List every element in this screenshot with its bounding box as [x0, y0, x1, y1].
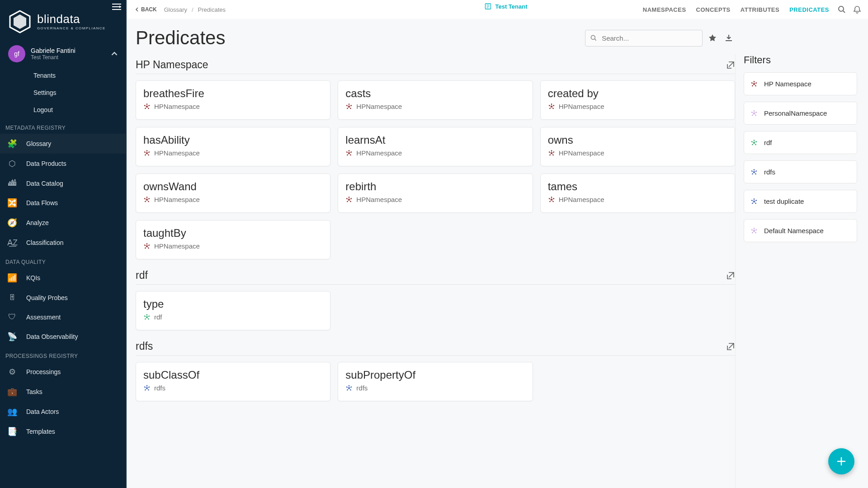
hub-icon	[548, 196, 555, 203]
svg-point-103	[756, 170, 757, 172]
predicate-card[interactable]: casts HPNamespace	[338, 80, 533, 120]
predicate-namespace: rdfs	[345, 384, 525, 392]
predicate-card[interactable]: created by HPNamespace	[540, 80, 735, 120]
predicate-name: owns	[548, 134, 727, 146]
filter-chip[interactable]: test duplicate	[744, 190, 857, 213]
predicate-card[interactable]: taughtBy HPNamespace	[136, 220, 330, 259]
sidebar-item-settings[interactable]: Settings	[0, 84, 126, 101]
namespace-header: rdf	[136, 269, 735, 285]
sidebar-item-glossary[interactable]: 🧩Glossary	[0, 134, 126, 154]
tab-predicates[interactable]: PREDICATES	[789, 6, 829, 13]
filter-chip[interactable]: PersonalNamespace	[744, 102, 857, 125]
compass-icon: 🧭	[7, 218, 17, 228]
back-label: BACK	[141, 6, 157, 13]
sidebar-item-data-catalog[interactable]: 🏙Data Catalog	[0, 174, 126, 193]
predicate-card[interactable]: tames HPNamespace	[540, 174, 735, 213]
sidebar-item-tenants[interactable]: Tenants	[0, 67, 126, 84]
predicate-card[interactable]: breathesFire HPNamespace	[136, 80, 330, 120]
sidebar-item-processings[interactable]: ⚙Processings	[0, 362, 126, 382]
sidebar-item-kqis[interactable]: 📶KQIs	[0, 268, 126, 288]
filter-chip[interactable]: Default Namespace	[744, 219, 857, 242]
favorite-icon[interactable]	[706, 32, 719, 44]
predicate-namespace: HPNamespace	[345, 149, 525, 157]
chevron-up-icon	[111, 51, 118, 57]
predicate-card[interactable]: subPropertyOf rdfs	[338, 362, 533, 401]
predicate-name: hasAbility	[143, 134, 323, 146]
logo[interactable]: blindata GOVERNANCE & COMPLIANCE	[0, 3, 126, 42]
predicate-name: rebirth	[345, 180, 525, 193]
predicate-card[interactable]: type rdf	[136, 291, 330, 330]
predicate-namespace: HPNamespace	[143, 242, 323, 250]
search-input[interactable]	[601, 34, 698, 42]
svg-point-97	[756, 141, 757, 142]
predicate-card[interactable]: owns HPNamespace	[540, 127, 735, 166]
open-namespace-icon[interactable]	[726, 342, 735, 351]
svg-point-40	[549, 151, 550, 153]
sidebar-toggle-icon[interactable]	[112, 4, 121, 10]
hub-icon	[750, 227, 758, 235]
sidebar-item-data-products[interactable]: ⬡Data Products	[0, 154, 126, 174]
namespace-header: HP Namespace	[136, 59, 735, 74]
radar-icon: 📡	[7, 332, 17, 342]
users-icon: 👥	[7, 407, 17, 417]
svg-point-118	[751, 229, 753, 230]
puzzle-icon: 🧩	[7, 139, 17, 149]
hub-icon	[345, 385, 353, 392]
sidebar-item-data-flows[interactable]: 🔀Data Flows	[0, 193, 126, 213]
tenant-badge[interactable]: Test Tenant	[484, 3, 527, 10]
tab-concepts[interactable]: CONCEPTS	[696, 6, 731, 13]
add-fab[interactable]	[828, 448, 854, 474]
city-icon: 🏙	[7, 178, 17, 188]
hub-icon	[548, 103, 555, 110]
top-search-icon[interactable]	[837, 5, 846, 14]
user-tenant: Test Tenant	[31, 54, 75, 61]
hub-icon	[548, 150, 555, 157]
sidebar-item-data-observability[interactable]: 📡Data Observability	[0, 327, 126, 347]
tab-attributes[interactable]: ATTRIBUTES	[741, 6, 779, 13]
predicate-name: type	[143, 298, 323, 310]
predicate-card[interactable]: hasAbility HPNamespace	[136, 127, 330, 166]
sidebar-item-assessment[interactable]: 🛡Assessment	[0, 307, 126, 327]
download-icon[interactable]	[722, 32, 735, 44]
svg-point-82	[346, 386, 348, 388]
hub-icon	[143, 196, 151, 203]
predicate-card[interactable]: ownsWand HPNamespace	[136, 174, 330, 213]
tenant-icon	[484, 3, 491, 10]
predicate-namespace: HPNamespace	[345, 196, 525, 203]
sidebar-item-logout[interactable]: Logout	[0, 101, 126, 118]
sidebar-item-tasks[interactable]: 💼Tasks	[0, 382, 126, 402]
sidebar-item-label: KQIs	[26, 274, 40, 282]
sidebar-item-templates[interactable]: 📑Templates	[0, 422, 126, 441]
hub-icon	[143, 385, 151, 392]
search-box[interactable]	[585, 30, 703, 47]
filter-chip[interactable]: rdf	[744, 131, 857, 154]
filter-chip[interactable]: HP Namespace	[744, 72, 857, 95]
predicate-card[interactable]: subClassOf rdfs	[136, 362, 330, 401]
open-namespace-icon[interactable]	[726, 61, 735, 70]
notifications-icon[interactable]	[853, 5, 862, 14]
main: BACK Glossary / Predicates Test Tenant N…	[127, 0, 868, 488]
open-namespace-icon[interactable]	[726, 271, 735, 280]
sidebar-item-label: Analyze	[26, 219, 49, 226]
namespace-section: rdftype rdf	[136, 269, 735, 330]
sidebar-item-data-actors[interactable]: 👥Data Actors	[0, 402, 126, 422]
sidebar-item-label: Quality Probes	[26, 294, 68, 301]
back-button[interactable]: BACK	[130, 4, 161, 15]
sidebar-item-analyze[interactable]: 🧭Analyze	[0, 213, 126, 233]
breadcrumb-glossary[interactable]: Glossary	[164, 6, 187, 13]
breadcrumb-predicates[interactable]: Predicates	[198, 6, 226, 13]
sidebar-item-classification[interactable]: A͟ZClassification	[0, 233, 126, 253]
svg-point-58	[549, 198, 550, 199]
namespace-section: HP NamespacebreathesFire HPNamespacecast…	[136, 59, 735, 259]
filter-label: HP Namespace	[764, 80, 811, 88]
sidebar-item-quality-probes[interactable]: 🎚Quality Probes	[0, 288, 126, 307]
signal-icon: 📶	[7, 273, 17, 283]
svg-point-67	[149, 315, 150, 317]
namespace-title: rdfs	[136, 340, 153, 352]
predicate-card[interactable]: learnsAt HPNamespace	[338, 127, 533, 166]
user-menu-toggle[interactable]: gf Gabriele Fantini Test Tenant	[0, 42, 126, 67]
tab-namespaces[interactable]: NAMESPACES	[643, 6, 686, 13]
predicate-card[interactable]: rebirth HPNamespace	[338, 174, 533, 213]
plus-icon	[836, 456, 847, 467]
filter-chip[interactable]: rdfs	[744, 160, 857, 183]
